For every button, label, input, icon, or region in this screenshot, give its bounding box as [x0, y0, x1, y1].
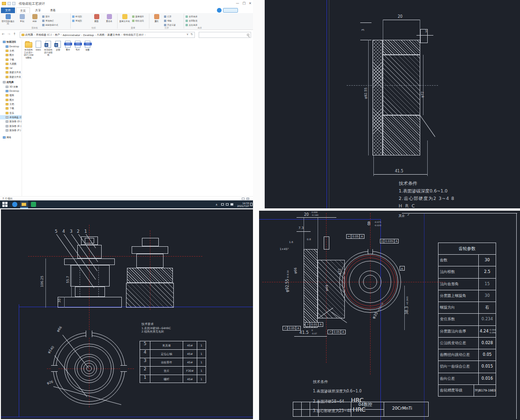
paste-button[interactable]: 粘贴 [28, 14, 41, 22]
ime-tray-icon[interactable] [230, 203, 233, 206]
dim-hub: φ49 [325, 279, 329, 297]
frame-line [327, 0, 327, 208]
new-folder-button[interactable]: 新建文件夹 [118, 14, 131, 22]
sidebar-item-rar[interactable]: rar [0, 66, 22, 70]
sidebar-item-desktop-pc[interactable]: Desktop [0, 89, 22, 93]
breadcrumb-segment[interactable]: Desktop [83, 34, 97, 37]
rename-button[interactable]: 重命名 [103, 14, 116, 22]
open-button[interactable]: 打开 [164, 15, 171, 19]
back-icon[interactable]: ← [2, 32, 5, 36]
file-item-blank-dwg[interactable]: DWG 毛坯 [73, 41, 83, 52]
plugin-icon[interactable] [217, 8, 222, 13]
sidebar-item-downloads[interactable]: 下载 [0, 58, 22, 62]
forward-icon[interactable]: → [7, 32, 10, 36]
select-none-button[interactable]: 全部取消 [186, 19, 197, 23]
file-item-cover[interactable]: W 封面 [53, 41, 63, 52]
breadcrumb-segment[interactable]: Administrator [63, 34, 83, 37]
address-bar[interactable]: 此电脑 本地磁盘 (C:) 用户 Administrator Desktop 凡… [20, 32, 195, 38]
tab-view[interactable]: 查看 [46, 7, 60, 13]
address-dropdown-icon[interactable]: ∨ [186, 32, 188, 36]
browser-icon[interactable] [12, 202, 17, 207]
start-button[interactable] [2, 202, 7, 207]
sidebar-divider[interactable] [22, 39, 22, 197]
delete-button[interactable]: 删除 [90, 14, 103, 22]
green-app-icon[interactable] [31, 202, 36, 207]
delete-icon [94, 14, 99, 19]
quick-toolbar-icon[interactable] [12, 2, 15, 5]
view-thumbnails-icon[interactable] [246, 198, 249, 200]
tab-file[interactable]: 文件 [1, 7, 15, 13]
up-icon[interactable]: ↑ [13, 32, 16, 36]
sidebar-item-downloads-pc[interactable]: 下载 [0, 106, 22, 111]
file-item-dwg-folder[interactable]: 传动齿轮工艺设计-设计+DWG图纸 [23, 41, 34, 59]
clock[interactable]: 14:53 2021/7/27 [236, 202, 249, 207]
network-tray-icon[interactable] [221, 203, 224, 206]
notification-icon[interactable] [250, 203, 253, 206]
cut-button[interactable]: 剪切 [42, 15, 50, 19]
maximize-button[interactable]: □ [241, 0, 247, 6]
sidebar-item-network[interactable]: 网络 [0, 135, 22, 140]
sidebar-item-new-folder[interactable]: 新建文件夹 [0, 70, 22, 74]
sidebar-item-videos[interactable]: 视频 [0, 93, 22, 97]
file-item-part-dwg[interactable]: DWG 零件 [63, 41, 73, 52]
tech-line-1: 1.表面渗碳层深度为0.6~1.0 [313, 389, 362, 394]
volume-tray-icon[interactable] [226, 203, 229, 206]
sidebar-item-pictures-pc[interactable]: 图片 [0, 98, 22, 102]
file-item-design-doc[interactable]: W 传动齿轮设计说明书 [43, 41, 53, 57]
plugin-badge[interactable] [223, 8, 238, 13]
breadcrumb-segment[interactable]: 用户 [55, 33, 63, 37]
file-item-0001[interactable]: 0001 [33, 41, 44, 52]
copy-path-button[interactable]: 复制路径 [42, 19, 54, 23]
sidebar-item-volume-d[interactable]: 新加卷 (D:) [0, 119, 22, 124]
chamfer-note: 1×45° [280, 247, 289, 251]
sidebar-item-volume-f[interactable]: 新加卷 (F:) [0, 128, 22, 133]
refresh-icon[interactable]: ↻ [191, 32, 193, 36]
tray-chevron-icon[interactable]: ∧ [215, 203, 217, 206]
copy-button[interactable]: 复制 [15, 14, 29, 22]
properties-button[interactable]: 属性 [150, 14, 163, 22]
quick-toolbar-icon[interactable] [7, 2, 11, 5]
dim-106-25: 106.25 [40, 272, 44, 291]
sidebar-item-local-disk-c[interactable]: 本地磁盘 (C:) [0, 115, 22, 119]
sidebar-item-desktop[interactable]: Desktop [0, 44, 22, 49]
move-to-button[interactable]: 移动到 [72, 15, 82, 19]
breadcrumb-segment[interactable]: 本地磁盘 (C:) [36, 33, 55, 37]
breadcrumb-segment[interactable]: 传动齿轮工艺设计 [123, 33, 147, 37]
search-input[interactable] [199, 32, 251, 38]
sidebar-item-music[interactable]: 音乐 [0, 111, 22, 115]
file-item-assembly-dwg[interactable]: DWG 装配 [82, 41, 93, 52]
breadcrumb-segment[interactable]: 凡易图 [97, 33, 107, 37]
pin-to-quick-access-button[interactable]: 固定到快速访问 [1, 14, 15, 25]
gear-rim-section [304, 249, 318, 328]
copy-icon [20, 14, 25, 19]
breadcrumb-segment[interactable]: 新建文件夹 [107, 33, 123, 37]
sidebar-item-this-pc[interactable]: 此电脑 [0, 80, 22, 84]
sidebar-item-fanyitu[interactable]: 凡易图 [0, 62, 22, 66]
tab-share[interactable]: 共享 [31, 7, 45, 13]
easy-access-button[interactable]: 轻松访问 [132, 19, 144, 23]
sidebar-item-new-folder-2[interactable]: 新建文件夹 (2) [0, 75, 22, 79]
edit-button[interactable]: 编辑 [164, 19, 171, 23]
close-button[interactable]: × [247, 0, 253, 6]
sidebar-item-volume-e[interactable]: 新加卷 (E:) [0, 124, 22, 128]
sidebar-item-quick-access[interactable]: 快速访问 [0, 40, 22, 44]
file-label: 封面 [53, 49, 63, 52]
breadcrumb-segment[interactable]: 此电脑 [25, 33, 36, 37]
sidebar-item-pictures[interactable]: 图片 [0, 53, 22, 57]
copy-to-button[interactable]: 复制到 [72, 19, 82, 23]
desktop-icon [6, 90, 8, 92]
taskbar-explorer-active[interactable] [20, 200, 28, 208]
view-list-icon[interactable] [242, 198, 245, 200]
star-icon [3, 41, 6, 43]
sidebar-item-3d-objects[interactable]: 3D 对象 [0, 85, 22, 89]
sidebar-item-documents-pc[interactable]: 文档 [0, 102, 22, 106]
table-cell: 45# [183, 350, 197, 358]
minimize-button[interactable]: — [235, 0, 240, 6]
tab-home[interactable]: 主页 [16, 7, 30, 13]
tech-title: 技术要求 [141, 322, 154, 326]
sidebar-item-documents[interactable]: 文档 [0, 49, 22, 53]
new-item-button[interactable]: 新建项目 [132, 15, 144, 19]
frame-line [259, 219, 381, 220]
tech-line-1: 1.表面渗碳深度0.6~1.0 [399, 188, 447, 194]
select-all-button[interactable]: 全部选择 [186, 15, 197, 19]
